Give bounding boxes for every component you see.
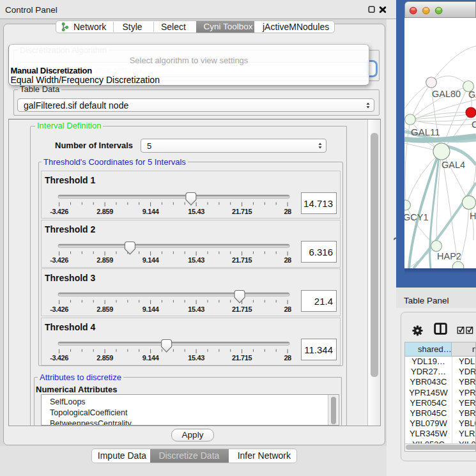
svg-text:HAP2: HAP2 (437, 251, 461, 261)
svg-text:GCY1: GCY1 (404, 212, 429, 222)
svg-text:GAL: GAL (468, 89, 476, 100)
svg-text:C: C (472, 119, 476, 130)
svg-text:GAL11: GAL11 (411, 127, 440, 137)
svg-text:H: H (470, 211, 476, 221)
svg-text:GAL4: GAL4 (441, 160, 465, 170)
svg-text:GAL80: GAL80 (432, 89, 461, 99)
